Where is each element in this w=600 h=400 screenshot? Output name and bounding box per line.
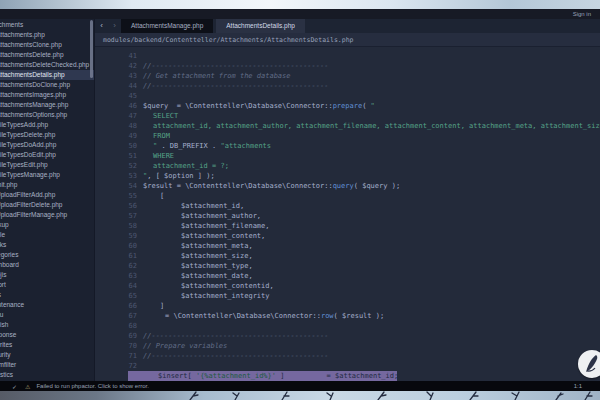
sidebar-item-FileTypesAdd.php[interactable]: FileTypesAdd.php: [0, 120, 94, 130]
sidebar-item-Maintenance[interactable]: Maintenance: [0, 300, 94, 310]
sidebar-item-AttachmentsDeleteChecked.php[interactable]: AttachmentsDeleteChecked.php: [0, 60, 94, 70]
code-line-67[interactable]: 67= \Contentteller\Database\Connector::r…: [95, 311, 600, 321]
code-line-55[interactable]: 55[: [95, 191, 600, 201]
sidebar-item-AttachmentsDetails.php[interactable]: AttachmentsDetails.php: [0, 70, 94, 80]
sidebar-item-AttachmentsClone.php[interactable]: AttachmentsClone.php: [0, 40, 94, 50]
desktop: { "desktop": { "titlebar": { "signin_lab…: [0, 0, 600, 400]
code-line-56[interactable]: 56$attachment_id,: [95, 201, 600, 211]
code-line-63[interactable]: 63$attachment_date,: [95, 271, 600, 281]
code-text: $attachment_type,: [143, 262, 253, 270]
sidebar-item-UploadFilterManage.php[interactable]: UploadFilterManage.php: [0, 210, 94, 220]
sidebar-item-FileTypesDoEdit.php[interactable]: FileTypesDoEdit.php: [0, 150, 94, 160]
sidebar-item-Menu[interactable]: Menu: [0, 310, 94, 320]
sidebar-item-Backup[interactable]: Backup: [0, 220, 94, 230]
sidebar-item-AttachmentsOptions.php[interactable]: AttachmentsOptions.php: [0, 110, 94, 120]
sign-in-link[interactable]: Sign in: [573, 11, 600, 17]
sidebar-item-Blocks[interactable]: Blocks: [0, 240, 94, 250]
sidebar-item-Init.php[interactable]: Init.php: [0, 180, 94, 190]
desktop-wallpaper-top: [0, 0, 600, 9]
code-line-69[interactable]: 69//------------------------------------…: [95, 331, 600, 341]
sidebar-scrollbar[interactable]: [90, 20, 93, 78]
code-line-72[interactable]: 72: [95, 361, 600, 371]
code-line-41[interactable]: 41: [95, 51, 600, 61]
tab-AttachmentsDetails.php[interactable]: AttachmentsDetails.php: [216, 19, 305, 33]
code-line-49[interactable]: 49FROM: [95, 131, 600, 141]
sidebar-item-FileTypesDoAdd.php[interactable]: FileTypesDoAdd.php: [0, 140, 94, 150]
sidebar-item-AttachmentsDoClone.php[interactable]: AttachmentsDoClone.php: [0, 80, 94, 90]
line-number: 58: [95, 221, 137, 231]
code-line-51[interactable]: 51WHERE: [95, 151, 600, 161]
code-line-50[interactable]: 50" . DB_PREFIX . "attachments: [95, 141, 600, 151]
sidebar-item-Publish[interactable]: Publish: [0, 320, 94, 330]
tab-back-icon[interactable]: ‹: [95, 19, 108, 33]
code-text: FROM: [143, 132, 170, 140]
sidebar-item-FileTypesManage.php[interactable]: FileTypesManage.php: [0, 170, 94, 180]
line-number: 43: [95, 71, 137, 81]
line-number: 68: [95, 321, 137, 331]
code-text: $result = \Contentteller\Database\Connec…: [143, 182, 400, 190]
code-line-62[interactable]: 62$attachment_type,: [95, 261, 600, 271]
code-line-48[interactable]: 48attachment_id, attachment_author, atta…: [95, 121, 600, 131]
status-message[interactable]: Failed to run phpactor. Click to show er…: [36, 383, 148, 389]
sidebar-item-Logs[interactable]: Logs: [0, 290, 94, 300]
code-line-44[interactable]: 44//------------------------------------…: [95, 81, 600, 91]
code-line-43[interactable]: 43// Get attachment from the database: [95, 71, 600, 81]
code-text: " . DB_PREFIX . "attachments: [143, 142, 271, 150]
sidebar-item-Attachments[interactable]: Attachments: [0, 20, 94, 30]
tab-forward-icon[interactable]: ›: [108, 19, 121, 33]
code-line-53[interactable]: 53", [ $option ] );: [95, 171, 600, 181]
sidebar-item-FileTypesEdit.php[interactable]: FileTypesEdit.php: [0, 160, 94, 170]
code-line-66[interactable]: 66]: [95, 301, 600, 311]
sidebar-item-Emojis[interactable]: Emojis: [0, 270, 94, 280]
sidebar-item-Categories[interactable]: Categories: [0, 250, 94, 260]
code-line-42[interactable]: 42//------------------------------------…: [95, 61, 600, 71]
sidebar-item-AttachmentsManage.php[interactable]: AttachmentsManage.php: [0, 100, 94, 110]
line-number: 57: [95, 211, 137, 221]
code-line-57[interactable]: 57$attachment_author,: [95, 211, 600, 221]
code-line-59[interactable]: 59$attachment_content,: [95, 231, 600, 241]
code-line-52[interactable]: 52attachment_id = ?;: [95, 161, 600, 171]
sidebar-item-AttachmentsImages.php[interactable]: AttachmentsImages.php: [0, 90, 94, 100]
code-line-54[interactable]: 54$result = \Contentteller\Database\Conn…: [95, 181, 600, 191]
sidebar-item-Spamfilter[interactable]: Spamfilter: [0, 360, 94, 370]
line-number: 50: [95, 141, 137, 151]
code-area[interactable]: 4142//----------------------------------…: [95, 47, 600, 381]
code-line-45[interactable]: 45: [95, 91, 600, 101]
code-line-47[interactable]: 47SELECT: [95, 111, 600, 121]
code-text: //--------------------------------------…: [143, 352, 328, 360]
code-line-64[interactable]: 64$attachment_contentid,: [95, 281, 600, 291]
sidebar-item-FileTypesDelete.php[interactable]: FileTypesDelete.php: [0, 130, 94, 140]
breadcrumb: modules/backend/Contentteller/Attachment…: [95, 33, 600, 47]
sidebar-item-Statistics[interactable]: Statistics: [0, 370, 94, 380]
code-line-70[interactable]: 70// Prepare variables: [95, 341, 600, 351]
line-number: 49: [95, 131, 137, 141]
sidebar-item-Rewrites[interactable]: Rewrites: [0, 340, 94, 350]
file-tree-sidebar[interactable]: AttachmentsAttachments.phpAttachmentsClo…: [0, 19, 95, 381]
code-line-60[interactable]: 60$attachment_meta,: [95, 241, 600, 251]
sidebar-item-Dashboard[interactable]: Dashboard: [0, 260, 94, 270]
line-number: 66: [95, 301, 137, 311]
code-text: $attachment_date,: [143, 272, 253, 280]
code-line-65[interactable]: 65$attachment_integrity: [95, 291, 600, 301]
warning-icon: ⚠: [25, 383, 30, 390]
sidebar-item-UploadFilterAdd.php[interactable]: UploadFilterAdd.php: [0, 190, 94, 200]
line-number: 59: [95, 231, 137, 241]
sidebar-item-UploadFilterDelete.php[interactable]: UploadFilterDelete.php: [0, 200, 94, 210]
code-text: ]: [143, 302, 164, 310]
code-line-46[interactable]: 46$query = \Contentteller\Database\Conne…: [95, 101, 600, 111]
sidebar-item-Security[interactable]: Security: [0, 350, 94, 360]
code-line-71[interactable]: 71//------------------------------------…: [95, 351, 600, 361]
code-line-61[interactable]: 61$attachment_size,: [95, 251, 600, 261]
code-line-68[interactable]: 68: [95, 321, 600, 331]
code-text: $attachment_size,: [143, 252, 253, 260]
sidebar-item-Export[interactable]: Export: [0, 280, 94, 290]
sidebar-item-AttachmentsDelete.php[interactable]: AttachmentsDelete.php: [0, 50, 94, 60]
line-number: 48: [95, 121, 137, 131]
code-line-73[interactable]: 73$insert[ '{%attachment_id%}' ] = $atta…: [95, 371, 600, 381]
sidebar-item-Attachments.php[interactable]: Attachments.php: [0, 30, 94, 40]
tab-AttachmentsManage.php[interactable]: AttachmentsManage.php: [121, 19, 213, 33]
code-text: $attachment_id,: [143, 202, 244, 210]
code-line-58[interactable]: 58$attachment_filename,: [95, 221, 600, 231]
sidebar-item-Response[interactable]: Response: [0, 330, 94, 340]
sidebar-item-Blogle[interactable]: Blogle: [0, 230, 94, 240]
